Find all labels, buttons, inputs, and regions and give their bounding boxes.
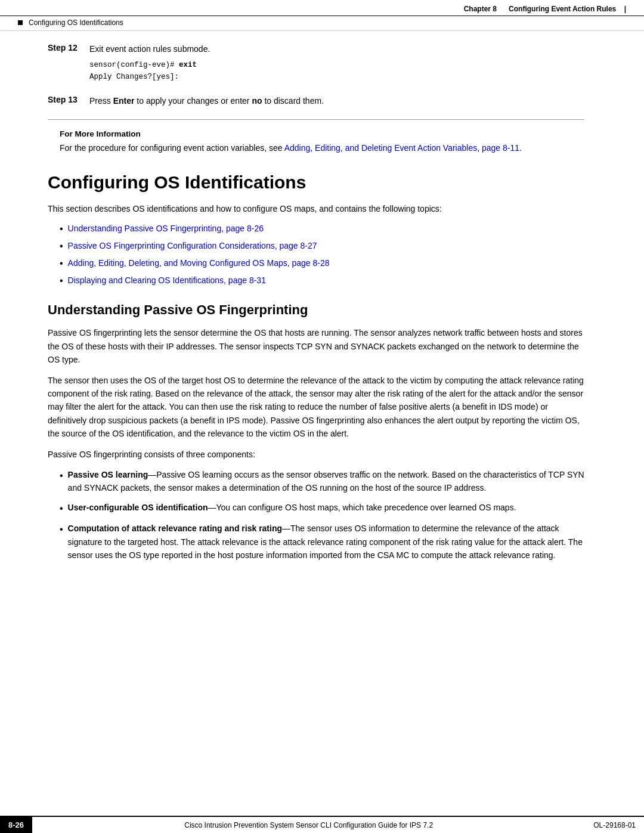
links-list: Understanding Passive OS Fingerprinting,…	[60, 222, 584, 288]
step-13-suffix: to discard them.	[262, 96, 324, 106]
step-13-number: Step 13	[48, 95, 78, 104]
step-12-label: Step 12	[48, 43, 89, 85]
list-item-3: Adding, Editing, Deleting, and Moving Co…	[60, 257, 584, 271]
section-intro: This section describes OS identification…	[48, 202, 584, 215]
bullet-item-3-text: Computation of attack relevance rating a…	[68, 522, 584, 562]
more-info-suffix: .	[519, 143, 522, 153]
main-section-title: Configuring OS Identifications	[48, 172, 584, 193]
chapter-title: Configuring Event Action Rules	[509, 5, 616, 13]
list-item-4: Displaying and Clearing OS Identificatio…	[60, 274, 584, 288]
breadcrumb-bullet	[18, 20, 23, 25]
step-13-row: Step 13 Press Enter to apply your change…	[48, 95, 584, 107]
bullet-item-3: Computation of attack relevance rating a…	[60, 522, 584, 562]
code-line-2: Apply Changes?[yes]:	[89, 73, 179, 81]
more-info-text: For the procedure for configuring event …	[60, 142, 584, 154]
footer-center-text: Cisco Intrusion Prevention System Sensor…	[32, 817, 585, 833]
page-subheader: Configuring OS Identifications	[0, 16, 644, 31]
step-12-row: Step 12 Exit event action rules submode.…	[48, 43, 584, 85]
list-item-2: Passive OS Fingerprinting Configuration …	[60, 240, 584, 253]
step-12-number: Step 12	[48, 43, 78, 52]
step-13-middle: to apply your changes or enter	[134, 96, 252, 106]
step-13-prefix: Press	[89, 96, 113, 106]
bullet-item-2-body: —You can configure OS host maps, which t…	[208, 503, 516, 512]
header-chapter-label: Chapter 8 Configuring Event Action Rules…	[464, 5, 626, 13]
page-header: Chapter 8 Configuring Event Action Rules…	[0, 0, 644, 16]
subsection-para-1: Passive OS fingerprinting lets the senso…	[48, 326, 584, 366]
footer-right-text: OL-29168-01	[585, 817, 644, 833]
more-info-section: For More Information For the procedure f…	[48, 129, 584, 154]
bullet-item-2: User-configurable OS identification—You …	[60, 501, 584, 516]
bullet-item-1: Passive OS learning—Passive OS learning …	[60, 468, 584, 495]
bullet-item-1-text: Passive OS learning—Passive OS learning …	[68, 468, 584, 495]
step-13-bold: Enter	[113, 96, 135, 106]
breadcrumb-text: Configuring OS Identifications	[29, 18, 123, 27]
link-4[interactable]: Displaying and Clearing OS Identificatio…	[68, 274, 266, 287]
link-1[interactable]: Understanding Passive OS Fingerprinting,…	[68, 222, 264, 235]
subsection-title: Understanding Passive OS Fingerprinting	[48, 302, 584, 318]
section-divider	[48, 119, 584, 120]
main-content: Step 12 Exit event action rules submode.…	[0, 31, 644, 580]
bullet-items-section: Passive OS learning—Passive OS learning …	[60, 468, 584, 562]
header-pipe: |	[624, 5, 626, 13]
more-info-title: For More Information	[60, 129, 584, 138]
step-13-code: no	[252, 96, 262, 106]
step-12-description: Exit event action rules submode.	[89, 43, 584, 55]
step-12-content: Exit event action rules submode. sensor(…	[89, 43, 584, 85]
list-item-1: Understanding Passive OS Fingerprinting,…	[60, 222, 584, 236]
code-line-1-bold: exit	[179, 61, 197, 69]
chapter-label: Chapter 8	[464, 5, 497, 13]
subsection-para-2: The sensor then uses the OS of the targe…	[48, 374, 584, 441]
more-info-link[interactable]: Adding, Editing, and Deleting Event Acti…	[284, 143, 519, 153]
code-line-1-prefix: sensor(config-eve)#	[89, 61, 179, 69]
bullet-item-3-bold: Computation of attack relevance rating a…	[68, 524, 282, 533]
bullet-item-1-bold: Passive OS learning	[68, 470, 148, 479]
link-2[interactable]: Passive OS Fingerprinting Configuration …	[68, 240, 317, 252]
breadcrumb: Configuring OS Identifications	[18, 18, 123, 27]
link-3[interactable]: Adding, Editing, Deleting, and Moving Co…	[68, 257, 330, 270]
bullet-item-2-bold: User-configurable OS identification	[68, 503, 208, 512]
step-13-content: Press Enter to apply your changes or ent…	[89, 95, 584, 107]
step-12-code: sensor(config-eve)# exit Apply Changes?[…	[89, 59, 584, 83]
more-info-prefix: For the procedure for configuring event …	[60, 143, 284, 153]
steps-section: Step 12 Exit event action rules submode.…	[48, 43, 584, 107]
page-footer: 8-26 Cisco Intrusion Prevention System S…	[0, 816, 644, 833]
bullet-item-2-text: User-configurable OS identification—You …	[68, 501, 516, 514]
footer-page-number: 8-26	[0, 817, 32, 833]
step-13-label: Step 13	[48, 95, 89, 107]
subsection-para-3: Passive OS fingerprinting consists of th…	[48, 448, 584, 461]
